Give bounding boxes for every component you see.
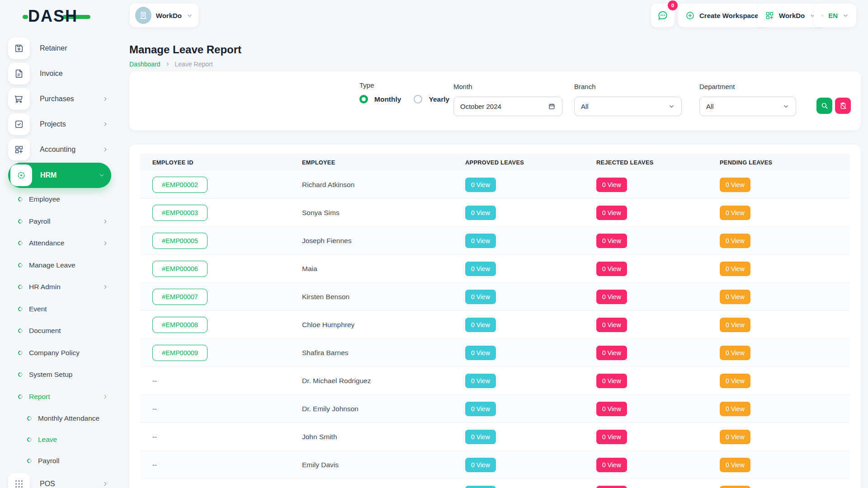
- sidebar-item-report[interactable]: Report: [8, 386, 111, 408]
- sidebar-item-payroll[interactable]: Payroll: [8, 211, 111, 233]
- rejected-leaves-view-badge[interactable]: 0 View: [596, 290, 627, 304]
- create-workspace-button[interactable]: Create Workspace: [678, 4, 766, 27]
- sidebar-item-employee[interactable]: Employee: [8, 188, 111, 211]
- department-select[interactable]: All: [699, 97, 796, 116]
- rejected-leaves-view-badge[interactable]: 0 View: [596, 486, 627, 488]
- rejected-leaves-view-badge[interactable]: 0 View: [596, 346, 627, 360]
- branch-select[interactable]: All: [574, 97, 682, 116]
- search-button[interactable]: [816, 98, 832, 114]
- grid-plus-icon: [765, 11, 774, 20]
- pending-leaves-view-badge[interactable]: 0 View: [720, 374, 750, 388]
- pending-leaves-view-badge[interactable]: 0 View: [720, 430, 750, 444]
- sidebar-item-purchases[interactable]: Purchases: [8, 86, 111, 112]
- messages-button[interactable]: 0: [651, 4, 675, 27]
- pending-leaves-view-badge[interactable]: 0 View: [720, 458, 750, 472]
- yearly-radio[interactable]: [414, 95, 422, 103]
- rejected-leaves-view-badge[interactable]: 0 View: [596, 402, 627, 416]
- pending-leaves-view-badge[interactable]: 0 View: [720, 290, 750, 304]
- rejected-leaves-view-badge[interactable]: 0 View: [596, 234, 627, 248]
- approved-leaves-view-badge[interactable]: 0 View: [465, 402, 496, 416]
- sidebar-item-leave[interactable]: Leave: [8, 429, 111, 450]
- rejected-leaves-view-badge[interactable]: 0 View: [596, 318, 627, 332]
- bullet-icon: [17, 262, 24, 268]
- month-input[interactable]: October 2024: [453, 97, 562, 116]
- sidebar-item-system-setup[interactable]: System Setup: [8, 364, 111, 386]
- sidebar-item-accounting[interactable]: Accounting: [8, 137, 111, 162]
- rejected-leaves-view-badge[interactable]: 0 View: [596, 374, 627, 388]
- employee-id-button[interactable]: #EMP00009: [152, 345, 208, 361]
- employee-id-button[interactable]: #EMP00003: [152, 205, 208, 221]
- workspace-selector[interactable]: WorkDo: [130, 4, 198, 27]
- chat-bubble-icon: [657, 9, 669, 21]
- sidebar-item-hr-admin[interactable]: HR Admin: [8, 276, 111, 298]
- department-value: All: [706, 103, 714, 110]
- sidebar-item-manage-leave[interactable]: Manage Leave: [8, 254, 111, 277]
- sidebar-nav: RetainerInvoicePurchasesProjectsAccounti…: [8, 36, 111, 488]
- yearly-radio-label[interactable]: Yearly: [429, 95, 449, 103]
- rejected-leaves-view-badge[interactable]: 0 View: [596, 458, 627, 472]
- sidebar-item-label: Payroll: [38, 457, 59, 465]
- sidebar-item-monthly-attendance[interactable]: Monthly Attendance: [8, 408, 111, 429]
- approved-leaves-view-badge[interactable]: 0 View: [465, 318, 496, 332]
- rejected-leaves-view-badge[interactable]: 0 View: [596, 206, 627, 220]
- monthly-radio[interactable]: [359, 95, 368, 103]
- sidebar-item-document[interactable]: Document: [8, 320, 111, 342]
- table-row: #EMP00002Richard Atkinson0 View0 View0 V…: [140, 171, 850, 199]
- pending-leaves-view-badge[interactable]: 0 View: [720, 178, 750, 192]
- pending-leaves-view-badge[interactable]: 0 View: [720, 346, 750, 360]
- chevron-right-icon: [102, 394, 108, 400]
- approved-leaves-view-badge[interactable]: 0 View: [465, 290, 496, 304]
- rejected-leaves-view-badge[interactable]: 0 View: [596, 178, 627, 192]
- sidebar-item-label: HR Admin: [29, 283, 61, 291]
- pending-leaves-view-badge[interactable]: 0 View: [720, 402, 750, 416]
- filter-card: Type Monthly Yearly Month October 2024 B…: [129, 71, 861, 130]
- approved-leaves-view-badge[interactable]: 0 View: [465, 430, 496, 444]
- pending-leaves-view-badge[interactable]: 0 View: [720, 234, 750, 248]
- table-row: #EMP00005Joseph Fiennes0 View0 View0 Vie…: [140, 227, 850, 255]
- sidebar-item-label: Company Policy: [29, 349, 80, 357]
- approved-leaves-view-badge[interactable]: 0 View: [465, 374, 496, 388]
- language-code: EN: [828, 12, 838, 19]
- sidebar-item-retainer[interactable]: Retainer: [8, 36, 111, 61]
- brand-logo[interactable]: DASH: [28, 7, 78, 25]
- language-selector[interactable]: EN: [814, 4, 856, 27]
- employee-id-button[interactable]: #EMP00002: [152, 177, 208, 193]
- approved-leaves-view-badge[interactable]: 0 View: [465, 178, 496, 192]
- approved-leaves-view-badge[interactable]: 0 View: [465, 206, 496, 220]
- type-radio-group: Monthly Yearly: [359, 95, 456, 103]
- sidebar-item-company-policy[interactable]: Company Policy: [8, 342, 111, 364]
- chevron-right-icon: [102, 96, 108, 102]
- sidebar-item-event[interactable]: Event: [8, 298, 111, 320]
- sidebar-item-label: Monthly Attendance: [38, 414, 99, 422]
- sidebar-item-hrm[interactable]: HRM: [8, 163, 111, 188]
- breadcrumb-dashboard-link[interactable]: Dashboard: [129, 61, 160, 68]
- sidebar-item-invoice[interactable]: Invoice: [8, 61, 111, 86]
- employee-id-button[interactable]: #EMP00005: [152, 233, 208, 249]
- sidebar-item-payroll[interactable]: Payroll: [8, 450, 111, 471]
- approved-leaves-view-badge[interactable]: 0 View: [465, 486, 496, 488]
- sidebar-item-label: Projects: [40, 120, 66, 128]
- pending-leaves-view-badge[interactable]: 0 View: [720, 486, 750, 488]
- approved-leaves-view-badge[interactable]: 0 View: [465, 234, 496, 248]
- reset-filter-button[interactable]: [835, 98, 851, 114]
- pending-leaves-view-badge[interactable]: 0 View: [720, 206, 750, 220]
- chevron-down-icon: [842, 12, 849, 19]
- employee-id-button[interactable]: #EMP00006: [152, 261, 208, 277]
- hrm-icon: [10, 164, 32, 186]
- table-header-row: Employee Id Employee Approved Leaves Rej…: [140, 154, 850, 171]
- sidebar-item-label: Event: [29, 305, 47, 313]
- pending-leaves-view-badge[interactable]: 0 View: [720, 262, 750, 276]
- sidebar-item-pos[interactable]: POS: [8, 471, 111, 488]
- rejected-leaves-view-badge[interactable]: 0 View: [596, 430, 627, 444]
- pending-leaves-view-badge[interactable]: 0 View: [720, 318, 750, 332]
- approved-leaves-view-badge[interactable]: 0 View: [465, 458, 496, 472]
- approved-leaves-view-badge[interactable]: 0 View: [465, 262, 496, 276]
- sidebar-item-projects[interactable]: Projects: [8, 112, 111, 137]
- employee-id-button[interactable]: #EMP00007: [152, 289, 208, 305]
- sidebar-item-attendance[interactable]: Attendance: [8, 232, 111, 254]
- retainer-icon: [8, 38, 30, 59]
- employee-id-button[interactable]: #EMP00008: [152, 317, 208, 333]
- monthly-radio-label[interactable]: Monthly: [374, 95, 401, 103]
- rejected-leaves-view-badge[interactable]: 0 View: [596, 262, 627, 276]
- approved-leaves-view-badge[interactable]: 0 View: [465, 346, 496, 360]
